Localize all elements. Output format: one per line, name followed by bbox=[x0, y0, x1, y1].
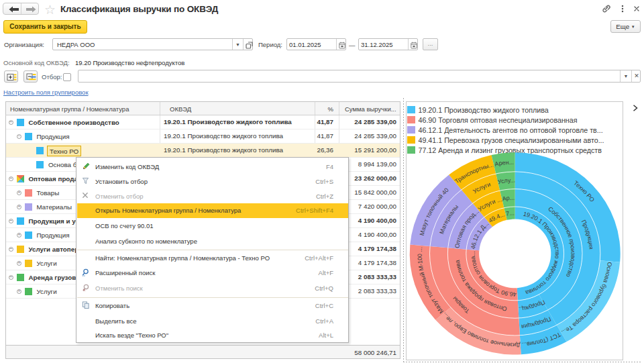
svg-text:7...: 7... bbox=[506, 209, 515, 217]
